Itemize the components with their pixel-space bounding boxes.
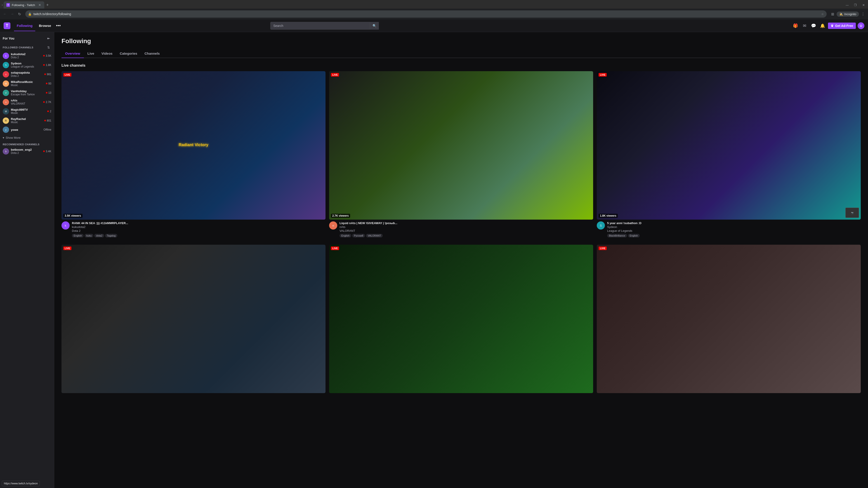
- channel-card-more-2[interactable]: LIVE: [329, 245, 593, 395]
- sidebar-item-betboom-eng2[interactable]: b betboom_eng2 Dota 2 3.4K: [0, 147, 54, 156]
- channel-card-nats[interactable]: LIVE 2.7K viewers n Liquid nAts | NEW !G…: [329, 71, 593, 237]
- channel-avatar-rayrachel: R: [3, 118, 9, 124]
- tag-valorant[interactable]: VALORANT: [366, 234, 383, 237]
- tab-title: Following - Twitch: [12, 3, 36, 7]
- twitch-body: For You ⇤ FOLLOWED CHANNELS ⇅ k kukudota…: [0, 32, 868, 488]
- live-dot-mikarosemusic: [46, 83, 48, 84]
- close-window-button[interactable]: ✕: [861, 2, 866, 8]
- live-dot-rayrachel: [44, 120, 46, 121]
- twitch-logo[interactable]: T: [4, 22, 10, 29]
- search-input[interactable]: Search: [270, 22, 379, 30]
- sidebar-sort-button[interactable]: ⇅: [46, 45, 51, 50]
- notifications-button[interactable]: 🔔: [819, 22, 826, 29]
- sidebar-item-mikarosemusic[interactable]: M MikaRoseMusic Music 93: [0, 79, 54, 88]
- url-text: twitch.tv/directory/following: [33, 12, 819, 16]
- channel-card-sydeon[interactable]: LIVE 1.8K viewers 📷 S 5 year anni !subat…: [597, 71, 861, 237]
- card-thumbnail-more-2: LIVE: [329, 245, 593, 393]
- channel-viewers-betboom-eng2: 3.4K: [43, 150, 51, 153]
- twitch-app: T Following Browse ••• Search 🔍 🎁 ✉ 💬 🔔 …: [0, 20, 868, 488]
- tab-channels[interactable]: Channels: [141, 49, 163, 58]
- tag-english-1[interactable]: English: [72, 234, 84, 237]
- live-channel-grid-2: LIVE LIVE LIVE: [61, 245, 861, 395]
- live-dot-sydeon: [43, 64, 45, 66]
- active-tab[interactable]: T Following - Twitch ✕: [4, 1, 44, 8]
- channel-info-rayrachel: RayRachel Music: [11, 117, 42, 124]
- stream-title-kukudota2: RANK 44 IN SEA :))) #11kMMRPLAYER...: [72, 221, 326, 225]
- viewer-count-nats: 2.7K viewers: [331, 214, 350, 218]
- tab-live[interactable]: Live: [84, 49, 98, 58]
- channel-avatar-vanholiday: V: [3, 90, 9, 96]
- sidebar-item-vanholiday[interactable]: V VanHoliday Escape from Tarkov 13: [0, 88, 54, 97]
- channel-game-vanholiday: Escape from Tarkov: [11, 93, 44, 96]
- sidebar-item-nats[interactable]: n nAts VALORANT 2.7K: [0, 97, 54, 107]
- tab-favicon: T: [6, 3, 10, 7]
- card-game-sydeon: League of Legends: [607, 229, 861, 232]
- tag-tagalog[interactable]: Tagalog: [105, 234, 118, 237]
- refresh-button[interactable]: ↻: [16, 11, 23, 17]
- back-button[interactable]: ←: [2, 11, 8, 17]
- search-button[interactable]: 🔍: [370, 22, 379, 30]
- channel-card-kukudota2[interactable]: LIVE 3.5K viewers k RANK 44 IN SEA :))) …: [61, 71, 326, 237]
- tag-blackbrilliance[interactable]: BlackBrilliance: [607, 234, 627, 237]
- card-tags-sydeon: BlackBrilliance English: [607, 234, 861, 237]
- whisper-button[interactable]: 💬: [810, 22, 817, 29]
- tab-scroll-left[interactable]: ‹: [2, 3, 3, 6]
- minimize-button[interactable]: —: [844, 2, 850, 8]
- tab-overview[interactable]: Overview: [61, 49, 84, 58]
- nav-browse[interactable]: Browse: [36, 22, 54, 29]
- card-info-kukudota2: k RANK 44 IN SEA :))) #11kMMRPLAYER... k…: [61, 221, 326, 237]
- channel-card-more-1[interactable]: LIVE: [61, 245, 326, 395]
- sidebar-item-yowe[interactable]: y yowe Offline: [0, 125, 54, 134]
- sidebar-item-kukudota2[interactable]: k kukudota2 Dota 2 3.5K: [0, 51, 54, 60]
- show-more-button[interactable]: ▾ Show More: [0, 134, 54, 141]
- extensions-icon[interactable]: ⊞: [829, 11, 836, 17]
- more-options-button[interactable]: ⋮: [860, 11, 866, 17]
- sidebar-item-solapsapdota[interactable]: s solapsapdota Dota 2 981: [0, 70, 54, 79]
- channel-avatar-betboom-eng2: b: [3, 148, 9, 155]
- sidebar-section-actions: ⇅: [46, 45, 51, 50]
- channel-card-more-3[interactable]: LIVE: [597, 245, 861, 395]
- channel-avatar-sydeon: S: [3, 62, 9, 68]
- sidebar-collapse-button[interactable]: ⇤: [46, 36, 51, 41]
- tag-kuku[interactable]: kuku: [85, 234, 93, 237]
- new-tab-button[interactable]: +: [44, 2, 51, 8]
- tab-close-button[interactable]: ✕: [38, 3, 41, 7]
- bookmark-icon[interactable]: ☆: [821, 12, 824, 16]
- user-avatar[interactable]: U: [858, 22, 864, 29]
- search-container: Search 🔍: [270, 22, 379, 30]
- get-ad-free-button[interactable]: ♛ Get Ad-Free: [828, 23, 856, 29]
- card-text-nats: Liquid nAts | NEW !GIVEAWAY | !розыb... …: [340, 221, 593, 237]
- content-tabs: Overview Live Videos Categories Channels: [61, 49, 861, 58]
- channel-avatar-magic899tv: M: [3, 108, 9, 115]
- channel-viewers-mikarosemusic: 93: [46, 82, 51, 85]
- address-bar[interactable]: 🔒 twitch.tv/directory/following ☆: [25, 10, 827, 18]
- crown-icon: ♛: [831, 24, 834, 28]
- card-thumbnail-sydeon: LIVE 1.8K viewers 📷: [597, 71, 861, 220]
- tab-bar: ‹ T Following - Twitch ✕ + — ❐ ✕: [0, 0, 868, 8]
- nav-following[interactable]: Following: [14, 22, 35, 29]
- channel-avatar-solapsapdota: s: [3, 71, 9, 77]
- stream-title-nats: Liquid nAts | NEW !GIVEAWAY | !розыb...: [340, 221, 593, 225]
- viewer-count-kukudota2: 3.5K viewers: [63, 214, 83, 218]
- tab-categories[interactable]: Categories: [116, 49, 141, 58]
- card-avatar-nats: n: [329, 221, 337, 230]
- card-thumbnail-more-3: LIVE: [597, 245, 861, 393]
- tag-english-3[interactable]: English: [628, 234, 640, 237]
- twitch-header: T Following Browse ••• Search 🔍 🎁 ✉ 💬 🔔 …: [0, 20, 868, 32]
- gift-button[interactable]: 🎁: [792, 22, 799, 29]
- inbox-button[interactable]: ✉: [801, 22, 808, 29]
- sidebar-item-rayrachel[interactable]: R RayRachel Music 801: [0, 116, 54, 125]
- tab-videos[interactable]: Videos: [98, 49, 116, 58]
- search-placeholder: Search: [273, 24, 283, 28]
- tag-dota2[interactable]: dota2: [94, 234, 104, 237]
- nav-more-button[interactable]: •••: [55, 22, 62, 29]
- maximize-button[interactable]: ❐: [852, 2, 858, 8]
- sidebar-item-magic899tv[interactable]: M Magic899TV Music 2: [0, 107, 54, 116]
- tag-russian[interactable]: Русский: [352, 234, 365, 237]
- incognito-label: Incognito: [844, 12, 856, 16]
- live-badge-nats: LIVE: [331, 73, 339, 76]
- sidebar-item-sydeon[interactable]: S Sydeon League of Legends 1.8K: [0, 60, 54, 70]
- forward-button[interactable]: →: [9, 11, 16, 17]
- tag-english-2[interactable]: English: [340, 234, 351, 237]
- for-you-label: For You: [3, 37, 14, 40]
